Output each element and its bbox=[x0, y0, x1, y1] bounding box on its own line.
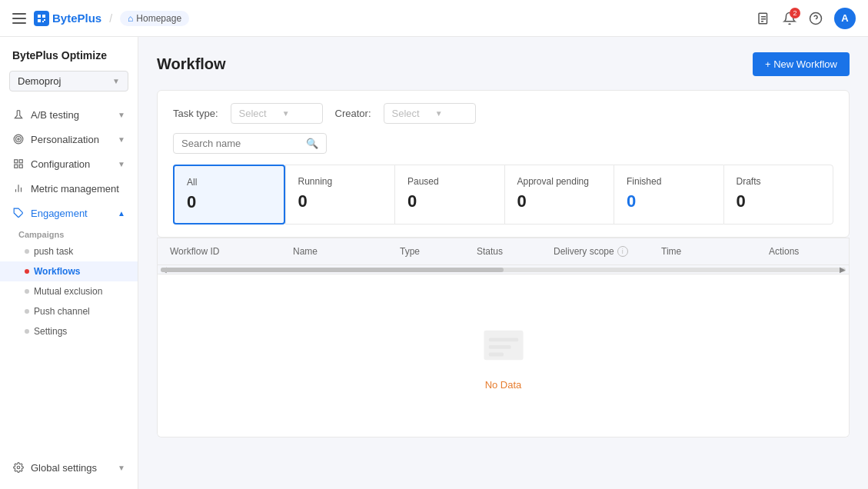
svg-rect-20 bbox=[488, 338, 517, 341]
page-header: Workflow + New Workflow bbox=[157, 52, 850, 76]
svg-rect-13 bbox=[19, 165, 22, 168]
delivery-info-icon[interactable]: i bbox=[617, 246, 628, 257]
gear-icon bbox=[12, 461, 25, 474]
notification-icon[interactable]: 2 bbox=[782, 11, 797, 26]
topbar-right: 2 A bbox=[756, 8, 856, 29]
svg-rect-22 bbox=[488, 353, 503, 357]
sidebar-item-metric-management[interactable]: Metric management bbox=[0, 176, 138, 201]
user-avatar[interactable]: A bbox=[834, 8, 856, 29]
task-type-label: Task type: bbox=[173, 108, 218, 119]
sidebar-sub-item-settings[interactable]: Settings bbox=[0, 321, 138, 341]
sidebar-sub-item-workflows[interactable]: Workflows bbox=[0, 261, 138, 281]
status-tab-count: 0 bbox=[737, 191, 821, 211]
sidebar-sub-label: Settings bbox=[34, 326, 67, 337]
status-tab-all[interactable]: All 0 bbox=[173, 165, 285, 225]
task-type-placeholder: Select bbox=[239, 108, 267, 119]
svg-rect-21 bbox=[488, 345, 510, 349]
grid-icon bbox=[12, 158, 25, 170]
status-tab-running[interactable]: Running 0 bbox=[285, 165, 395, 225]
sidebar-item-ab-testing[interactable]: A/B testing ▼ bbox=[0, 102, 138, 127]
breadcrumb-separator: / bbox=[109, 12, 112, 25]
target-icon bbox=[12, 133, 25, 145]
col-header-time: Time bbox=[649, 246, 757, 257]
status-tab-count: 0 bbox=[517, 191, 602, 211]
global-settings-arrow-icon: ▼ bbox=[118, 464, 125, 472]
status-tab-count: 0 bbox=[298, 191, 383, 211]
svg-point-8 bbox=[16, 137, 22, 142]
task-type-select[interactable]: Select ▼ bbox=[231, 103, 323, 124]
status-tab-paused[interactable]: Paused 0 bbox=[394, 165, 504, 225]
logo-text: BytePlus bbox=[52, 12, 101, 25]
engagement-arrow-icon: ▲ bbox=[118, 209, 125, 218]
content-area: Workflow + New Workflow Task type: Selec… bbox=[138, 37, 868, 489]
status-tab-count: 0 bbox=[407, 191, 492, 211]
project-selector[interactable]: Demoproj ▼ bbox=[9, 71, 128, 91]
sidebar-sub-item-mutual-exclusion[interactable]: Mutual exclusion bbox=[0, 281, 138, 301]
sidebar-item-global-settings[interactable]: Global settings ▼ bbox=[0, 455, 138, 480]
status-tab-label: Finished bbox=[627, 176, 711, 187]
home-icon: ⌂ bbox=[128, 13, 133, 24]
table-header: Workflow ID Name Type Status Delivery sc… bbox=[158, 238, 849, 265]
scroll-thumb bbox=[161, 268, 504, 272]
help-icon[interactable] bbox=[808, 11, 823, 26]
puzzle-icon bbox=[12, 207, 25, 219]
app-logo: BytePlus bbox=[34, 11, 101, 26]
new-workflow-button[interactable]: + New Workflow bbox=[753, 52, 850, 76]
creator-select[interactable]: Select ▼ bbox=[384, 103, 476, 124]
horizontal-scrollbar[interactable]: ◀ ▶ bbox=[158, 265, 849, 274]
page-title: Workflow bbox=[157, 55, 226, 73]
empty-state-text: No Data bbox=[485, 379, 522, 391]
configuration-arrow-icon: ▼ bbox=[118, 160, 125, 168]
delivery-header-content: Delivery scope i bbox=[554, 246, 637, 257]
sidebar-sub-label: Workflows bbox=[34, 266, 80, 277]
sidebar-item-engagement[interactable]: Engagement ▲ bbox=[0, 201, 138, 225]
svg-rect-10 bbox=[15, 160, 18, 163]
task-type-arrow-icon: ▼ bbox=[282, 109, 290, 118]
push-task-dot-icon bbox=[25, 249, 29, 254]
sidebar-item-label: Configuration bbox=[31, 158, 90, 170]
svg-point-9 bbox=[18, 138, 19, 140]
svg-rect-11 bbox=[19, 160, 22, 163]
sidebar-item-personalization[interactable]: Personalization ▼ bbox=[0, 127, 138, 151]
scroll-right-icon[interactable]: ▶ bbox=[836, 265, 849, 274]
sidebar: BytePlus Optimize Demoproj ▼ A/B testing… bbox=[0, 37, 138, 489]
workflow-table: Workflow ID Name Type Status Delivery sc… bbox=[157, 238, 850, 437]
search-input[interactable] bbox=[181, 138, 301, 149]
status-tab-label: Drafts bbox=[737, 176, 821, 187]
empty-state: No Data bbox=[158, 274, 849, 437]
sidebar-sub-item-push-task[interactable]: push task bbox=[0, 241, 138, 261]
sidebar-sub-item-push-channel[interactable]: Push channel bbox=[0, 301, 138, 321]
svg-point-18 bbox=[17, 466, 20, 469]
homepage-label: Homepage bbox=[136, 13, 181, 24]
status-tab-label: All bbox=[187, 177, 271, 188]
bar-chart-icon bbox=[12, 182, 25, 195]
creator-placeholder: Select bbox=[392, 108, 420, 119]
homepage-badge[interactable]: ⌂ Homepage bbox=[120, 11, 189, 26]
search-box[interactable]: 🔍 bbox=[173, 133, 327, 154]
filter-row: Task type: Select ▼ Creator: Select ▼ bbox=[173, 103, 833, 124]
status-tab-label: Approval pending bbox=[517, 176, 602, 187]
status-tab-finished[interactable]: Finished 0 bbox=[614, 165, 723, 225]
sidebar-item-label: Metric management bbox=[31, 183, 119, 195]
notification-count: 2 bbox=[790, 8, 800, 18]
logo-icon bbox=[34, 11, 49, 26]
creator-arrow-icon: ▼ bbox=[435, 109, 443, 118]
sidebar-item-label: Engagement bbox=[31, 208, 88, 219]
status-tab-drafts[interactable]: Drafts 0 bbox=[723, 165, 834, 225]
status-tab-label: Running bbox=[298, 176, 383, 187]
hamburger-menu[interactable] bbox=[12, 13, 26, 24]
docs-icon[interactable] bbox=[756, 11, 771, 26]
workflows-dot-icon bbox=[25, 269, 29, 274]
flask-icon bbox=[12, 108, 25, 121]
scroll-track bbox=[161, 268, 846, 272]
creator-label: Creator: bbox=[335, 108, 371, 119]
filter-card: Task type: Select ▼ Creator: Select ▼ 🔍 bbox=[157, 90, 850, 238]
col-header-actions: Actions bbox=[757, 246, 849, 257]
sidebar-item-configuration[interactable]: Configuration ▼ bbox=[0, 151, 138, 176]
status-tab-count: 0 bbox=[187, 192, 271, 212]
sidebar-brand: BytePlus Optimize bbox=[0, 46, 138, 71]
sidebar-sub-label: Push channel bbox=[34, 306, 90, 317]
svg-rect-12 bbox=[15, 165, 18, 168]
status-tab-count: 0 bbox=[627, 191, 711, 211]
status-tab-approval-pending[interactable]: Approval pending 0 bbox=[504, 165, 614, 225]
